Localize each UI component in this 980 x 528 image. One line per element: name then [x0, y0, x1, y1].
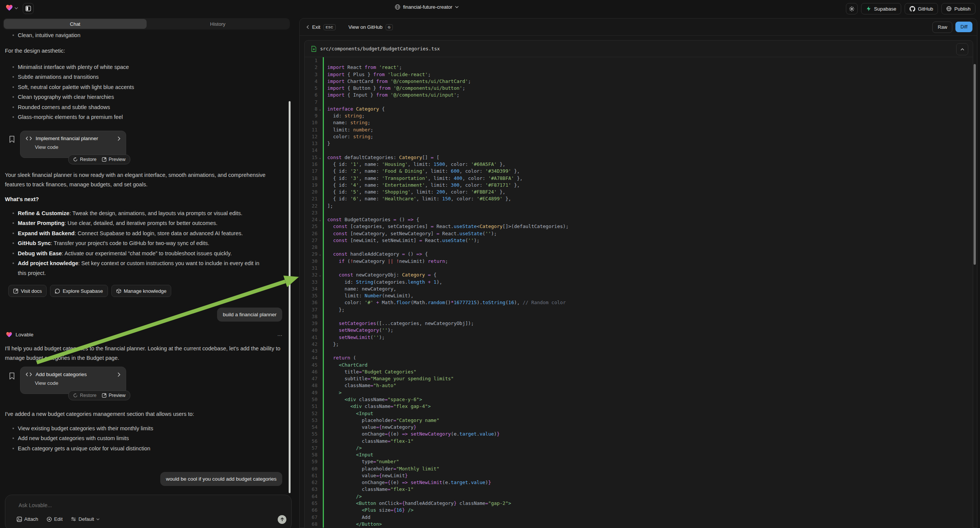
restore-icon — [73, 157, 78, 162]
chat-input[interactable] — [18, 502, 247, 509]
visit-docs-button[interactable]: Visit docs — [8, 285, 46, 297]
message-more-button[interactable]: ⋯ — [277, 332, 283, 338]
code-line: 60 placeholder="Monthly limit" — [305, 466, 973, 472]
code-line: 14 — [305, 147, 973, 154]
external-link-icon — [102, 157, 107, 162]
code-line: 31 — [305, 265, 973, 272]
list-item: Glass-morphic elements for a premium fee… — [18, 112, 298, 122]
restore-button[interactable]: Restore — [73, 393, 97, 398]
code-line: 62 onChange={(e) => setNewLimit(e.target… — [305, 479, 973, 486]
list-item: Add new budget categories with custom li… — [18, 433, 298, 443]
code-line: 49 > — [305, 390, 973, 396]
code-line: 39 setCategories([...categories, newCate… — [305, 320, 973, 327]
edit-button[interactable]: Edit — [46, 516, 62, 522]
code-line: 63 className="flex-1" — [305, 486, 973, 493]
publish-button[interactable]: Publish — [941, 3, 975, 14]
settings-button[interactable] — [846, 3, 858, 14]
code-line: 30 if (!newCategory || !newLimit) return… — [305, 258, 973, 265]
github-button[interactable]: GitHub — [905, 3, 938, 14]
fold-chevron-icon[interactable]: ⌄ — [317, 272, 323, 278]
sidebar-toggle-button[interactable] — [23, 3, 34, 14]
gear-icon — [849, 6, 854, 12]
list-item: View existing budget categories with the… — [18, 423, 298, 433]
fold-chevron-icon[interactable]: ⌄ — [317, 154, 323, 161]
code-line: 56 className="flex-1" — [305, 438, 973, 445]
code-line: 57 /> — [305, 445, 973, 452]
lovable-logo-icon[interactable] — [6, 5, 13, 11]
diff-toggle-button[interactable]: Diff — [955, 22, 972, 32]
version-card-implement-financial-planner[interactable]: Implement financial planner View code — [20, 131, 126, 158]
assistant-paragraph: I've added a new budget categories manag… — [5, 409, 278, 419]
lovable-heart-icon — [6, 332, 12, 337]
code-line: 41 setNewLimit(''); — [305, 334, 973, 341]
list-item: Expand with Backend: Connect Supabase to… — [18, 228, 268, 238]
bookmark-icon[interactable] — [9, 372, 15, 380]
attach-button[interactable]: Attach — [17, 516, 38, 522]
fold-chevron-icon[interactable]: ⌄ — [317, 251, 323, 258]
preview-button[interactable]: Preview — [102, 393, 126, 398]
code-line: 33 id: String(categories.length + 1), — [305, 279, 973, 286]
code-line: 42 }; — [305, 341, 973, 348]
code-line: 46 title="Budget Categories" — [305, 369, 973, 375]
fold-chevron-icon[interactable]: ⌄ — [317, 106, 323, 113]
send-button[interactable] — [278, 515, 286, 524]
chevron-right-icon — [118, 136, 121, 141]
view-on-github-button[interactable]: View on GitHub — [348, 24, 383, 30]
supabase-button[interactable]: Supabase — [861, 3, 901, 14]
publish-globe-icon — [946, 6, 951, 11]
assistant-header: Lovable — [6, 332, 33, 337]
image-icon — [17, 517, 22, 522]
user-message: build a financial planner — [217, 308, 282, 321]
list-item: Master Prompting: Use clear, detailed, a… — [18, 218, 268, 228]
list-item: Debug with Ease: Activate our experiment… — [18, 248, 268, 258]
esc-key-badge: ESC — [323, 24, 336, 30]
collapse-file-button[interactable] — [956, 43, 968, 55]
code-line: 15⌄const defaultCategories: Category[] =… — [305, 154, 973, 161]
tab-history[interactable]: History — [146, 19, 290, 29]
raw-toggle-button[interactable]: Raw — [932, 22, 952, 33]
fold-chevron-icon[interactable]: ⌄ — [317, 216, 323, 223]
code-line: 44 return ( — [305, 355, 973, 361]
list-item: Rounded corners and subtle shadows — [18, 102, 298, 112]
code-line: 23 — [305, 210, 973, 216]
bookmark-icon[interactable] — [9, 135, 15, 143]
external-link-icon — [102, 393, 107, 398]
project-chevron-down-icon — [455, 6, 459, 8]
manage-knowledge-button[interactable]: Manage knowledge — [111, 285, 172, 297]
code-editor[interactable]: 1 2import React from 'react';3import { P… — [305, 57, 973, 528]
project-selector[interactable]: financial-future-creator — [395, 4, 459, 10]
list-item: Clean, intuitive navigation — [18, 30, 280, 40]
code-line: 45 <ChartCard — [305, 362, 973, 369]
code-line: 6import { Input } from '@/components/ui/… — [305, 92, 973, 99]
code-line: 12 color: string; — [305, 133, 973, 140]
mode-selector[interactable]: Default — [71, 516, 100, 522]
view-code-link[interactable]: View code — [35, 144, 121, 150]
code-line: 67 Add — [305, 514, 973, 521]
preview-button[interactable]: Preview — [102, 157, 126, 162]
code-line: 19 { id: '4', name: 'Entertainment', lim… — [305, 182, 973, 189]
file-path: src/components/budget/BudgetCategories.t… — [320, 46, 440, 51]
code-line: 25 const [categories, setCategories] = R… — [305, 223, 973, 230]
whats-next-list: Refine & Customize: Tweak the design, an… — [0, 208, 268, 278]
code-line: 13} — [305, 140, 973, 147]
design-heading: For the design aesthetic: — [5, 46, 285, 56]
code-scrollbar[interactable] — [974, 64, 976, 265]
chat-scrollbar[interactable] — [289, 101, 291, 493]
chevron-right-icon — [118, 372, 121, 377]
package-icon — [116, 289, 121, 294]
code-line: 64 /> — [305, 493, 973, 500]
code-line: 29⌄ const handleAddCategory = () => { — [305, 251, 973, 258]
explore-supabase-button[interactable]: Explore Supabase — [50, 285, 108, 297]
restore-button[interactable]: Restore — [73, 157, 97, 162]
tab-chat[interactable]: Chat — [4, 19, 146, 29]
code-line: 28 — [305, 244, 973, 251]
code-line: 59 type="number" — [305, 458, 973, 465]
code-panel-header: Exit ESC View on GitHub G Raw Diff — [300, 19, 977, 36]
view-code-link[interactable]: View code — [35, 380, 121, 386]
external-link-icon — [13, 289, 18, 294]
file-row[interactable]: src/components/budget/BudgetCategories.t… — [305, 41, 973, 57]
list-item: Each category gets a unique color for vi… — [18, 444, 298, 453]
version-card-add-budget-categories[interactable]: Add budget categories View code — [20, 367, 126, 394]
exit-button[interactable]: Exit — [312, 24, 320, 30]
logo-chevron-down-icon[interactable] — [14, 7, 18, 10]
